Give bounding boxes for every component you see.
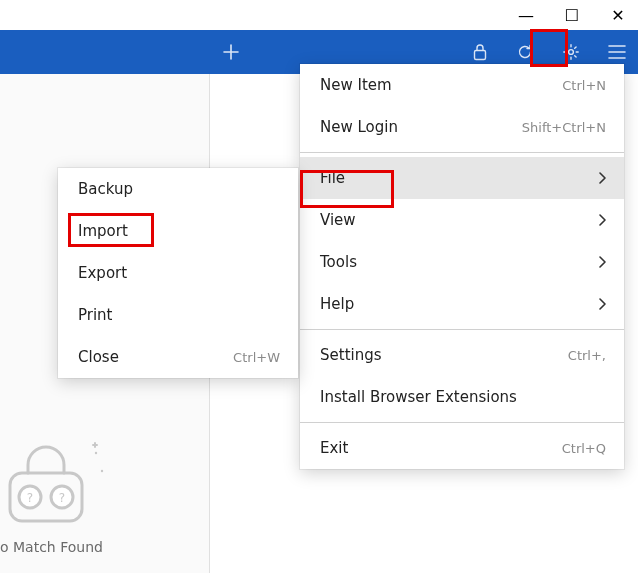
file_submenu-item-close[interactable]: CloseCtrl+W: [58, 336, 298, 378]
chevron-right-icon: [598, 172, 606, 184]
chevron-right-icon: [598, 298, 606, 310]
svg-text:?: ?: [59, 491, 65, 505]
menu-item-shortcut: Ctrl+W: [233, 350, 280, 365]
file-submenu: BackupImportExportPrintCloseCtrl+W: [58, 168, 298, 378]
add-button[interactable]: [222, 30, 240, 74]
refresh-icon[interactable]: [516, 43, 534, 61]
menu-item-label: View: [320, 211, 356, 229]
menu-item-label: Backup: [78, 180, 133, 198]
file_submenu-item-import[interactable]: Import: [58, 210, 298, 252]
window-titlebar: — ☐ ✕: [0, 0, 638, 30]
main_menu-item-settings[interactable]: SettingsCtrl+,: [300, 334, 624, 376]
svg-rect-0: [475, 51, 486, 60]
menu-item-label: Install Browser Extensions: [320, 388, 517, 406]
file_submenu-item-print[interactable]: Print: [58, 294, 298, 336]
file_submenu-item-export[interactable]: Export: [58, 252, 298, 294]
menu-item-label: Settings: [320, 346, 382, 364]
menu-item-label: Tools: [320, 253, 357, 271]
menu-item-shortcut: Shift+Ctrl+N: [522, 120, 606, 135]
minimize-button[interactable]: —: [514, 6, 538, 25]
menu-item-label: Print: [78, 306, 113, 324]
svg-text:?: ?: [27, 491, 33, 505]
close-button[interactable]: ✕: [606, 6, 630, 25]
main_menu-item-tools[interactable]: Tools: [300, 241, 624, 283]
svg-point-8: [101, 470, 103, 472]
main_menu-item-file[interactable]: File: [300, 157, 624, 199]
file_submenu-item-backup[interactable]: Backup: [58, 168, 298, 210]
menu-item-shortcut: Ctrl+,: [568, 348, 606, 363]
main_menu-item-new-item[interactable]: New ItemCtrl+N: [300, 64, 624, 106]
svg-point-7: [95, 452, 97, 454]
main_menu-separator: [300, 422, 624, 423]
menu-item-label: New Login: [320, 118, 398, 136]
lock-icon[interactable]: [472, 43, 488, 61]
main_menu-separator: [300, 329, 624, 330]
settings-menu: New ItemCtrl+NNew LoginShift+Ctrl+NFileV…: [300, 64, 624, 469]
menu-item-label: Close: [78, 348, 119, 366]
main_menu-item-exit[interactable]: ExitCtrl+Q: [300, 427, 624, 469]
menu-item-label: Import: [78, 222, 128, 240]
hamburger-icon[interactable]: [608, 45, 626, 59]
empty-state-text: o Match Found: [0, 539, 103, 555]
empty-illustration-icon: ? ?: [0, 435, 110, 525]
main_menu-separator: [300, 152, 624, 153]
chevron-right-icon: [598, 256, 606, 268]
maximize-button[interactable]: ☐: [560, 6, 584, 25]
menu-item-label: Exit: [320, 439, 348, 457]
menu-item-label: File: [320, 169, 345, 187]
menu-item-shortcut: Ctrl+Q: [562, 441, 606, 456]
menu-item-shortcut: Ctrl+N: [562, 78, 606, 93]
main_menu-item-view[interactable]: View: [300, 199, 624, 241]
menu-item-label: New Item: [320, 76, 392, 94]
main_menu-item-install-browser-extensions[interactable]: Install Browser Extensions: [300, 376, 624, 418]
main_menu-item-new-login[interactable]: New LoginShift+Ctrl+N: [300, 106, 624, 148]
main_menu-item-help[interactable]: Help: [300, 283, 624, 325]
gear-icon[interactable]: [562, 43, 580, 61]
chevron-right-icon: [598, 214, 606, 226]
svg-point-1: [569, 50, 574, 55]
menu-item-label: Export: [78, 264, 127, 282]
empty-state: ? ? o Match Found: [0, 435, 110, 555]
menu-item-label: Help: [320, 295, 354, 313]
